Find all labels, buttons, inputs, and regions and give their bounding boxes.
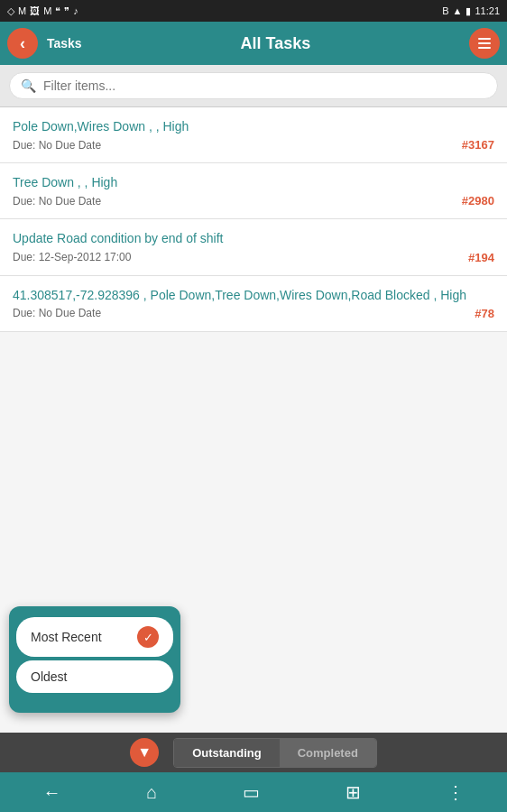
search-input[interactable] [43,78,486,93]
nav-home-icon[interactable]: ⌂ [146,782,157,803]
sort-icon: ▼ [137,744,152,761]
sort-check-icon: ✓ [137,626,159,648]
task-title-0: Pole Down,Wires Down , , High [13,118,494,134]
nav-bar: ← ⌂ ▭ ⊞ ⋮ [0,772,507,812]
nav-screenshot-icon[interactable]: ⊞ [346,781,361,803]
task-id-2: #194 [468,251,494,264]
task-id-3: #78 [475,307,494,320]
page-title: All Tasks [82,34,469,53]
time-display: 11:21 [475,5,500,16]
task-title-2: Update Road condition by end of shift [13,230,494,246]
sort-oldest-label: Oldest [31,669,67,684]
search-bar: 🔍 [0,65,507,107]
task-list: Pole Down,Wires Down , , High Due: No Du… [0,107,507,457]
sort-button[interactable]: ▼ [130,738,159,767]
status-icons-right: B ▲ ▮ 11:21 [442,5,500,17]
app-header: ‹ Tasks All Tasks [0,22,507,65]
gmail2-icon: M [43,5,51,16]
quote1-icon: ❝ [55,5,60,17]
task-id-1: #2980 [462,194,494,208]
task-due-3: Due: No Due Date [13,307,101,319]
task-due-2: Due: 12-Sep-2012 17:00 [13,251,131,263]
sort-oldest[interactable]: Oldest [16,660,173,693]
nav-more-icon[interactable]: ⋮ [447,781,465,803]
music-icon: ♪ [73,5,78,16]
hamburger-icon [478,38,491,49]
sort-most-recent[interactable]: Most Recent ✓ [16,617,173,657]
search-icon: 🔍 [21,78,36,93]
status-icons-left: ◇ M 🖼 M ❝ ❞ ♪ [7,5,78,17]
task-meta-1: Due: No Due Date #2980 [13,194,494,208]
search-wrapper[interactable]: 🔍 [9,72,498,99]
task-meta-0: Due: No Due Date #3167 [13,138,494,152]
task-id-0: #3167 [462,138,494,152]
menu-button[interactable] [469,28,500,59]
task-due-1: Due: No Due Date [13,195,101,208]
back-button[interactable]: ‹ [7,28,38,59]
task-item-3[interactable]: 41.308517,-72.928396 , Pole Down,Tree Do… [0,276,507,332]
task-meta-2: Due: 12-Sep-2012 17:00 #194 [13,251,494,264]
task-item-1[interactable]: Tree Down , , High Due: No Due Date #298… [0,163,507,219]
popup-arrow [27,697,45,706]
task-title-1: Tree Down , , High [13,174,494,190]
sort-most-recent-label: Most Recent [31,630,102,644]
gmail-icon: M [18,5,26,16]
bluetooth-icon: B [442,5,448,16]
tab-completed[interactable]: Completed [280,739,376,767]
bottom-tab-bar: ▼ Outstanding Completed [0,733,507,772]
task-meta-3: Due: No Due Date #78 [13,307,494,320]
diamond-icon: ◇ [7,5,14,17]
back-label: Tasks [47,36,82,51]
nav-back-icon[interactable]: ← [42,782,60,803]
photo-icon: 🖼 [30,5,40,16]
task-item-2[interactable]: Update Road condition by end of shift Du… [0,219,507,275]
back-arrow-icon: ‹ [20,34,25,53]
tab-group: Outstanding Completed [173,738,377,768]
sort-popup: Most Recent ✓ Oldest [9,606,180,713]
quote2-icon: ❞ [64,5,69,17]
nav-recents-icon[interactable]: ▭ [243,781,260,803]
task-item-0[interactable]: Pole Down,Wires Down , , High Due: No Du… [0,107,507,163]
task-title-3: 41.308517,-72.928396 , Pole Down,Tree Do… [13,287,494,303]
tab-outstanding[interactable]: Outstanding [174,739,280,767]
status-bar: ◇ M 🖼 M ❝ ❞ ♪ B ▲ ▮ 11:21 [0,0,507,22]
task-due-0: Due: No Due Date [13,139,101,152]
wifi-icon: ▲ [453,5,463,16]
header-left: ‹ Tasks [7,28,82,59]
battery-icon: ▮ [466,5,471,17]
